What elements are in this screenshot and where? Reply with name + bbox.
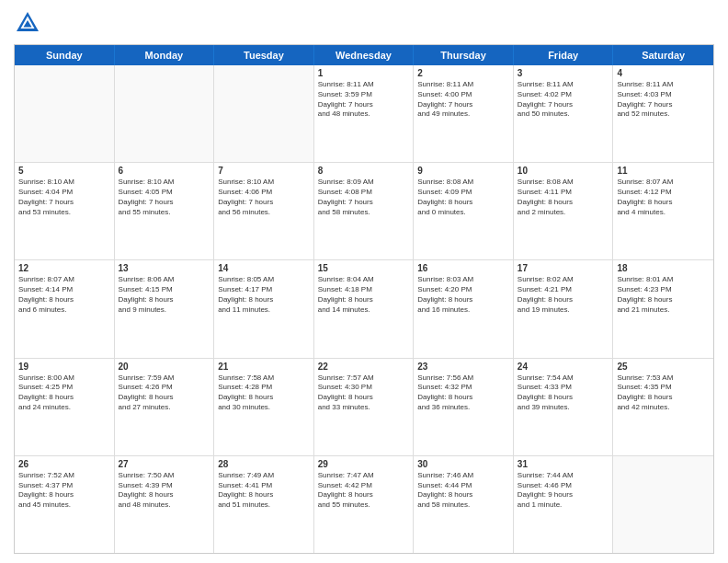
day-info-text: Sunrise: 7:47 AM Sunset: 4:42 PM Dayligh… [318, 471, 410, 511]
calendar-week-4: 19Sunrise: 8:00 AM Sunset: 4:25 PM Dayli… [15, 359, 713, 456]
day-info-text: Sunrise: 8:00 AM Sunset: 4:25 PM Dayligh… [18, 373, 110, 413]
calendar-day-28: 28Sunrise: 7:49 AM Sunset: 4:41 PM Dayli… [214, 456, 314, 553]
calendar-day-16: 16Sunrise: 8:03 AM Sunset: 4:20 PM Dayli… [414, 260, 514, 357]
weekday-header-thursday: Thursday [414, 45, 514, 65]
day-number: 31 [518, 459, 609, 469]
calendar-week-3: 12Sunrise: 8:07 AM Sunset: 4:14 PM Dayli… [15, 260, 713, 358]
weekday-header-saturday: Saturday [613, 45, 713, 65]
calendar-day-empty [15, 65, 115, 162]
calendar-day-13: 13Sunrise: 8:06 AM Sunset: 4:15 PM Dayli… [115, 260, 215, 357]
day-info-text: Sunrise: 7:46 AM Sunset: 4:44 PM Dayligh… [417, 471, 509, 511]
day-number: 12 [18, 263, 110, 273]
calendar-body: 1Sunrise: 8:11 AM Sunset: 3:59 PM Daylig… [15, 65, 713, 553]
calendar-day-7: 7Sunrise: 8:10 AM Sunset: 4:06 PM Daylig… [214, 163, 314, 259]
calendar-day-empty [115, 65, 215, 162]
day-number: 3 [518, 68, 609, 78]
calendar-day-15: 15Sunrise: 8:04 AM Sunset: 4:18 PM Dayli… [314, 260, 415, 357]
day-number: 8 [318, 166, 410, 176]
day-number: 18 [617, 263, 710, 273]
calendar-week-1: 1Sunrise: 8:11 AM Sunset: 3:59 PM Daylig… [15, 65, 713, 163]
calendar-day-29: 29Sunrise: 7:47 AM Sunset: 4:42 PM Dayli… [314, 456, 415, 553]
day-number: 9 [417, 166, 509, 176]
header [14, 9, 714, 37]
calendar-day-23: 23Sunrise: 7:56 AM Sunset: 4:32 PM Dayli… [414, 359, 514, 455]
day-info-text: Sunrise: 8:01 AM Sunset: 4:23 PM Dayligh… [617, 275, 710, 315]
day-info-text: Sunrise: 8:10 AM Sunset: 4:04 PM Dayligh… [18, 178, 110, 217]
day-info-text: Sunrise: 8:03 AM Sunset: 4:20 PM Dayligh… [417, 275, 509, 315]
day-number: 2 [417, 68, 509, 78]
calendar-day-12: 12Sunrise: 8:07 AM Sunset: 4:14 PM Dayli… [15, 260, 115, 357]
calendar-week-5: 26Sunrise: 7:52 AM Sunset: 4:37 PM Dayli… [15, 456, 713, 553]
day-info-text: Sunrise: 8:05 AM Sunset: 4:17 PM Dayligh… [218, 275, 310, 315]
calendar-header-row: SundayMondayTuesdayWednesdayThursdayFrid… [15, 45, 713, 65]
day-info-text: Sunrise: 8:08 AM Sunset: 4:11 PM Dayligh… [518, 178, 609, 217]
day-number: 29 [318, 459, 410, 469]
day-info-text: Sunrise: 8:04 AM Sunset: 4:18 PM Dayligh… [318, 275, 410, 315]
day-number: 19 [18, 362, 110, 372]
calendar-day-5: 5Sunrise: 8:10 AM Sunset: 4:04 PM Daylig… [15, 163, 115, 259]
day-info-text: Sunrise: 8:11 AM Sunset: 3:59 PM Dayligh… [318, 80, 410, 120]
calendar-week-2: 5Sunrise: 8:10 AM Sunset: 4:04 PM Daylig… [15, 163, 713, 260]
day-number: 11 [617, 166, 710, 176]
calendar: SundayMondayTuesdayWednesdayThursdayFrid… [14, 44, 714, 554]
weekday-header-tuesday: Tuesday [214, 45, 314, 65]
calendar-day-4: 4Sunrise: 8:11 AM Sunset: 4:03 PM Daylig… [613, 65, 713, 162]
day-info-text: Sunrise: 8:11 AM Sunset: 4:03 PM Dayligh… [617, 80, 710, 120]
day-number: 1 [318, 68, 410, 78]
day-number: 10 [518, 166, 609, 176]
calendar-day-27: 27Sunrise: 7:50 AM Sunset: 4:39 PM Dayli… [115, 456, 215, 553]
day-info-text: Sunrise: 8:11 AM Sunset: 4:02 PM Dayligh… [518, 80, 609, 120]
calendar-day-25: 25Sunrise: 7:53 AM Sunset: 4:35 PM Dayli… [613, 359, 713, 455]
day-info-text: Sunrise: 8:10 AM Sunset: 4:05 PM Dayligh… [119, 178, 210, 217]
calendar-day-10: 10Sunrise: 8:08 AM Sunset: 4:11 PM Dayli… [514, 163, 614, 259]
calendar-day-26: 26Sunrise: 7:52 AM Sunset: 4:37 PM Dayli… [15, 456, 115, 553]
weekday-header-sunday: Sunday [15, 45, 115, 65]
day-number: 27 [119, 459, 210, 469]
day-info-text: Sunrise: 7:57 AM Sunset: 4:30 PM Dayligh… [318, 373, 410, 413]
day-number: 28 [218, 459, 310, 469]
day-number: 17 [518, 263, 609, 273]
day-number: 14 [218, 263, 310, 273]
day-number: 4 [617, 68, 710, 78]
calendar-day-9: 9Sunrise: 8:08 AM Sunset: 4:09 PM Daylig… [414, 163, 514, 259]
calendar-day-19: 19Sunrise: 8:00 AM Sunset: 4:25 PM Dayli… [15, 359, 115, 455]
logo-icon [14, 9, 41, 37]
calendar-day-1: 1Sunrise: 8:11 AM Sunset: 3:59 PM Daylig… [314, 65, 415, 162]
page: SundayMondayTuesdayWednesdayThursdayFrid… [0, 0, 728, 563]
calendar-day-8: 8Sunrise: 8:09 AM Sunset: 4:08 PM Daylig… [314, 163, 415, 259]
day-info-text: Sunrise: 7:44 AM Sunset: 4:46 PM Dayligh… [518, 471, 609, 511]
day-info-text: Sunrise: 7:54 AM Sunset: 4:33 PM Dayligh… [518, 373, 609, 413]
calendar-day-22: 22Sunrise: 7:57 AM Sunset: 4:30 PM Dayli… [314, 359, 415, 455]
calendar-day-21: 21Sunrise: 7:58 AM Sunset: 4:28 PM Dayli… [214, 359, 314, 455]
day-number: 16 [417, 263, 509, 273]
weekday-header-monday: Monday [115, 45, 215, 65]
calendar-day-empty [214, 65, 314, 162]
day-info-text: Sunrise: 8:11 AM Sunset: 4:00 PM Dayligh… [417, 80, 509, 120]
calendar-day-30: 30Sunrise: 7:46 AM Sunset: 4:44 PM Dayli… [414, 456, 514, 553]
day-number: 21 [218, 362, 310, 372]
day-number: 20 [119, 362, 210, 372]
calendar-day-11: 11Sunrise: 8:07 AM Sunset: 4:12 PM Dayli… [613, 163, 713, 259]
calendar-day-24: 24Sunrise: 7:54 AM Sunset: 4:33 PM Dayli… [514, 359, 614, 455]
calendar-day-18: 18Sunrise: 8:01 AM Sunset: 4:23 PM Dayli… [613, 260, 713, 357]
day-info-text: Sunrise: 7:49 AM Sunset: 4:41 PM Dayligh… [218, 471, 310, 511]
calendar-day-20: 20Sunrise: 7:59 AM Sunset: 4:26 PM Dayli… [115, 359, 215, 455]
calendar-day-31: 31Sunrise: 7:44 AM Sunset: 4:46 PM Dayli… [514, 456, 614, 553]
day-number: 6 [119, 166, 210, 176]
weekday-header-friday: Friday [514, 45, 614, 65]
calendar-day-17: 17Sunrise: 8:02 AM Sunset: 4:21 PM Dayli… [514, 260, 614, 357]
calendar-day-2: 2Sunrise: 8:11 AM Sunset: 4:00 PM Daylig… [414, 65, 514, 162]
day-info-text: Sunrise: 8:07 AM Sunset: 4:12 PM Dayligh… [617, 178, 710, 217]
day-info-text: Sunrise: 7:56 AM Sunset: 4:32 PM Dayligh… [417, 373, 509, 413]
day-info-text: Sunrise: 8:02 AM Sunset: 4:21 PM Dayligh… [518, 275, 609, 315]
calendar-day-3: 3Sunrise: 8:11 AM Sunset: 4:02 PM Daylig… [514, 65, 614, 162]
day-info-text: Sunrise: 8:08 AM Sunset: 4:09 PM Dayligh… [417, 178, 509, 217]
day-info-text: Sunrise: 7:52 AM Sunset: 4:37 PM Dayligh… [18, 471, 110, 511]
day-number: 7 [218, 166, 310, 176]
calendar-day-empty [613, 456, 713, 553]
day-number: 22 [318, 362, 410, 372]
day-number: 30 [417, 459, 509, 469]
calendar-day-14: 14Sunrise: 8:05 AM Sunset: 4:17 PM Dayli… [214, 260, 314, 357]
logo [14, 9, 45, 37]
day-info-text: Sunrise: 7:53 AM Sunset: 4:35 PM Dayligh… [617, 373, 710, 413]
